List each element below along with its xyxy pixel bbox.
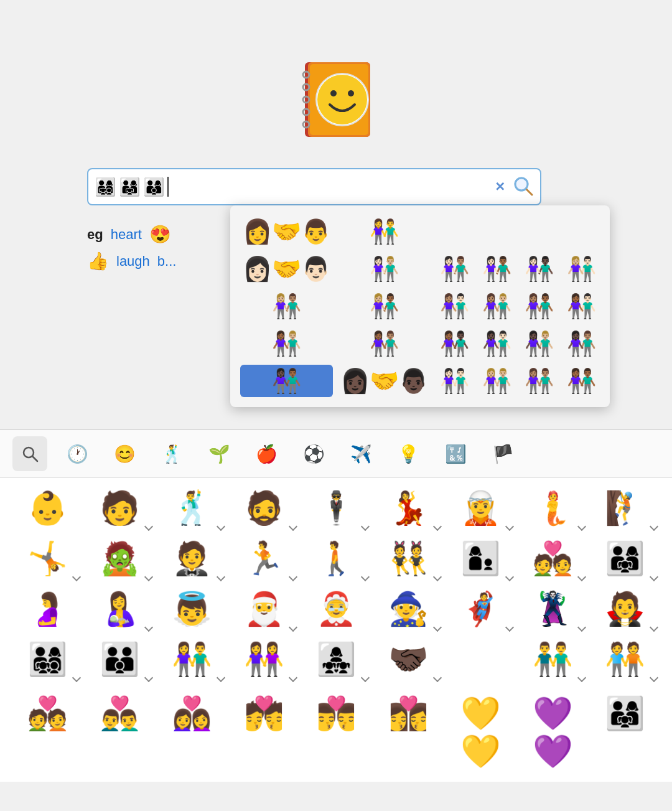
search-bar[interactable]: 👨‍👩‍👧‍👦 👨‍👩‍👧 👨‍👩‍👦 ✕ <box>87 168 541 205</box>
suggestion-extra-link[interactable]: b... <box>157 253 177 270</box>
emoji-handshake-dark[interactable]: 🤝🏿 <box>373 635 443 683</box>
picker-toolbar: 🕐 😊 🕺 🌱 🍎 ⚽ ✈️ 💡 🔣 🏴 <box>0 430 672 478</box>
search-button[interactable] <box>511 174 534 199</box>
emoji-elf[interactable]: 🧝 <box>446 484 515 532</box>
emoji-family[interactable]: 👨‍👩‍👧 <box>590 535 660 583</box>
emoji-person[interactable]: 🧑 <box>85 484 154 532</box>
variant-item[interactable]: 👩🏻‍🤝‍👨🏻 <box>240 253 333 285</box>
emoji-pregnant[interactable]: 🤰 <box>12 585 82 633</box>
variant-item[interactable]: 👩🏻‍🤝‍👨🏾 <box>478 253 515 285</box>
variant-item[interactable]: 👫 <box>338 215 431 248</box>
toolbar-nature-btn[interactable]: 🌱 <box>202 436 236 471</box>
emoji-vampire[interactable]: 🧛 <box>590 585 660 633</box>
variant-item[interactable]: 👫🏼 <box>478 365 515 397</box>
variant-item[interactable]: 👩🏾‍🤝‍👨🏽 <box>338 327 431 360</box>
emoji-angel[interactable]: 👼 <box>157 585 226 633</box>
emoji-bunny-girls[interactable]: 👯 <box>373 535 443 583</box>
emoji-superhero[interactable]: 🦸 <box>446 585 515 633</box>
heart-couple-1[interactable]: 💑 <box>12 690 82 776</box>
picker-emoji-grid: 👶 🧑 🕺 🧔 🕴 💃 🧝 🧜 🧗 🤸 🧟 🤵 🏃 🚶 👯 👩‍👦 💑 👨‍👩‍… <box>0 478 672 690</box>
emoji-tuxedo[interactable]: 🤵 <box>157 535 226 583</box>
suggestion-laugh-link[interactable]: laugh <box>116 253 150 270</box>
emoji-two-men-hold[interactable]: 👬 <box>518 635 587 683</box>
variant-item[interactable]: 👩🏿‍🤝‍👨🏼 <box>520 327 558 360</box>
emoji-mage[interactable]: 🧙 <box>373 585 443 633</box>
heart-couple-9[interactable]: 👨‍👩‍👧 <box>590 690 660 776</box>
emoji-mermaid[interactable]: 🧜 <box>518 484 587 532</box>
variant-item[interactable]: 👩🏾‍🤝‍👨🏿 <box>436 327 473 360</box>
toolbar-food-btn[interactable]: 🍎 <box>249 436 284 471</box>
emoji-two-women[interactable]: 👭 <box>229 635 299 683</box>
emoji-dancer[interactable]: 🕺 <box>157 484 226 532</box>
emoji-runner[interactable]: 🏃 <box>229 535 299 583</box>
svg-point-11 <box>348 90 354 96</box>
toolbar-activity-btn[interactable]: ⚽ <box>296 436 331 471</box>
heart-couple-4[interactable]: 💏 <box>229 690 299 776</box>
search-input[interactable]: 👨‍👩‍👧‍👦 👨‍👩‍👧 👨‍👩‍👦 <box>95 177 488 197</box>
variant-item[interactable]: 👩🏻‍🤝‍👨🏽 <box>436 253 473 285</box>
toolbar-flags-btn[interactable]: 🏴 <box>485 436 520 471</box>
emoji-bearded-man[interactable]: 🧔 <box>229 484 299 532</box>
svg-line-13 <box>526 189 532 195</box>
variant-item[interactable]: 👩🏾‍🤝‍👨🏼 <box>240 327 333 360</box>
toolbar-objects-btn[interactable]: 💡 <box>391 436 426 471</box>
emoji-woman-dancing[interactable]: 💃 <box>373 484 443 532</box>
variant-item[interactable]: 👩🏻‍🤝‍👨🏼 <box>338 253 431 285</box>
variant-item[interactable]: 👩🏻‍🤝‍👨🏿 <box>520 253 558 285</box>
emoji-empty-1 <box>446 635 515 683</box>
variant-item[interactable]: 👩🏽‍🤝‍👨🏾 <box>520 290 558 322</box>
heart-couple-6[interactable]: 👩‍❤️‍💋‍👩 <box>373 690 443 776</box>
emoji-breast-feeding[interactable]: 🤱 <box>85 585 154 633</box>
suggestion-heart-link[interactable]: heart <box>111 227 142 243</box>
emoji-woman-boy[interactable]: 👩‍👦 <box>446 535 515 583</box>
svg-line-16 <box>32 456 37 461</box>
svg-point-9 <box>317 75 367 124</box>
emoji-family-man-woman-girl-boy[interactable]: 👨‍👩‍👧‍👦 <box>12 635 82 683</box>
heart-couple-7[interactable]: 💛💛 <box>446 690 515 776</box>
variant-item[interactable]: 👩🏼‍🤝‍👨🏾 <box>338 290 431 322</box>
emoji-family-man-man-boy[interactable]: 👨‍👨‍👦 <box>85 635 154 683</box>
toolbar-symbols-btn[interactable]: 🔣 <box>438 436 473 471</box>
heart-couple-3[interactable]: 👩‍❤️‍👩 <box>157 690 226 776</box>
emoji-gymnast[interactable]: 🤸 <box>12 535 82 583</box>
clear-button[interactable]: ✕ <box>488 177 511 197</box>
emoji-couple-heart[interactable]: 💑 <box>518 535 587 583</box>
variant-item[interactable]: 👩🏾‍🤝‍👨🏻 <box>562 290 600 322</box>
emoji-zombie[interactable]: 🧟 <box>85 535 154 583</box>
toolbar-people-btn[interactable]: 🕺 <box>154 436 189 471</box>
svg-point-10 <box>330 90 337 96</box>
emoji-variant-dropdown: 👩‍🤝‍👨 👫 👩🏻‍🤝‍👨🏻 👩🏻‍🤝‍👨🏼 👩🏻‍🤝‍👨🏽 👩🏻‍🤝‍👨🏾 … <box>230 205 610 407</box>
variant-item[interactable]: 👫🏻 <box>436 365 473 397</box>
emoji-walker[interactable]: 🚶 <box>301 535 371 583</box>
heart-couple-2[interactable]: 👨‍❤️‍👨 <box>85 690 154 776</box>
variant-item[interactable]: 👩🏼‍🤝‍👨🏽 <box>240 290 333 322</box>
variant-item[interactable]: 👩🏿‍🤝‍👨🏻 <box>478 327 515 360</box>
heart-couple-8[interactable]: 💜💜 <box>518 690 587 776</box>
heart-emoji-row: 💑 👨‍❤️‍👨 👩‍❤️‍👩 💏 👨‍❤️‍💋‍👨 👩‍❤️‍💋‍👩 💛💛 💜… <box>0 690 672 782</box>
variant-item-selected[interactable]: 👩🏿‍🤝‍👨🏾 <box>240 365 333 397</box>
emoji-man-suit[interactable]: 🕴 <box>301 484 371 532</box>
emoji-mrs-claus[interactable]: 🤶 <box>301 585 371 633</box>
emoji-family-girl-girl[interactable]: 👩‍👧‍👧 <box>301 635 371 683</box>
heart-couple-5[interactable]: 👨‍❤️‍💋‍👨 <box>301 690 371 776</box>
variant-item[interactable]: 👩🏼‍🤝‍👨🏻 <box>562 253 600 285</box>
variant-item[interactable]: 👩🏽‍🤝‍👨🏼 <box>478 290 515 322</box>
toolbar-recent-btn[interactable]: 🕐 <box>60 436 95 471</box>
emoji-supervillain[interactable]: 🦹 <box>518 585 587 633</box>
toolbar-travel-btn[interactable]: ✈️ <box>343 436 378 471</box>
emoji-man-woman-hold[interactable]: 👫 <box>157 635 226 683</box>
toolbar-smileys-btn[interactable]: 😊 <box>107 436 142 471</box>
variant-item[interactable]: 👩🏿‍🤝‍👨🏽 <box>562 327 600 360</box>
emoji-baby[interactable]: 👶 <box>12 484 82 532</box>
variant-item[interactable]: 👩🏽‍🤝‍👨🏻 <box>436 290 473 322</box>
variant-item[interactable]: 👫🏾 <box>562 365 600 397</box>
emoji-man-teal-woman[interactable]: 🧑‍🤝‍🧑 <box>590 635 660 683</box>
emoji-rock-climber[interactable]: 🧗 <box>590 484 660 532</box>
suggestion-row-1: eg heart 😍 <box>87 224 176 245</box>
suggestion-heart-emoji: 😍 <box>149 224 171 245</box>
emoji-santa[interactable]: 🎅 <box>229 585 299 633</box>
variant-item[interactable]: 👫🏽 <box>520 365 558 397</box>
variant-item[interactable]: 👩‍🤝‍👨 <box>240 215 333 248</box>
variant-item[interactable]: 👩🏿‍🤝‍👨🏿 <box>338 365 431 397</box>
toolbar-search-btn[interactable] <box>12 436 47 471</box>
